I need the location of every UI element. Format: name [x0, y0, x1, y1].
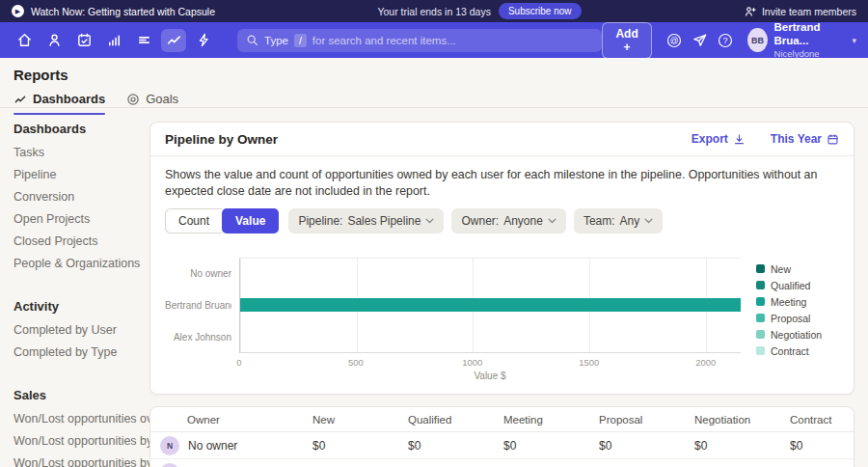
- legend-swatch: [756, 346, 765, 355]
- owner-cell: NNo owner: [160, 436, 312, 455]
- bar-row: [240, 330, 741, 343]
- play-icon: ▶: [12, 5, 24, 17]
- sidebar-item[interactable]: Completed by Type: [14, 341, 136, 363]
- value-toggle-button[interactable]: Value: [222, 208, 279, 234]
- report-title: Pipeline by Owner: [165, 132, 278, 147]
- table-cell-value: $0: [503, 439, 599, 453]
- send-broadcast-icon[interactable]: [692, 30, 709, 51]
- calendar-small-icon: [827, 133, 839, 146]
- pipeline-chart: No ownerBertrand Bruande...Alex Johnson …: [165, 258, 839, 381]
- sidebar-item[interactable]: Won/Lost opportunities by Team: [14, 452, 136, 467]
- search-prefix: Type: [264, 35, 288, 46]
- filter-dropdown-pipeline[interactable]: Pipeline:Sales Pipeline: [288, 208, 444, 234]
- chart-x-axis-title: Value $: [239, 371, 741, 381]
- reports-sidebar: DashboardsTasksPipelineConversionOpen Pr…: [0, 108, 149, 467]
- filter-dropdown-owner[interactable]: Owner:Anyone: [451, 208, 565, 234]
- page-title: Reports: [14, 67, 854, 83]
- sidebar-item[interactable]: Tasks: [14, 141, 136, 163]
- count-value-toggle: Count Value: [165, 208, 279, 234]
- tab-goals[interactable]: Goals: [126, 92, 178, 114]
- tab-goals-label: Goals: [146, 92, 178, 106]
- table-column-header: Qualified: [408, 414, 503, 426]
- sidebar-section-heading: Dashboards: [14, 122, 136, 136]
- legend-swatch: [756, 330, 765, 339]
- export-label: Export: [692, 132, 728, 146]
- legend-item: Proposal: [756, 313, 839, 324]
- tab-dashboards[interactable]: Dashboards: [14, 92, 105, 114]
- chevron-down-icon: [548, 218, 556, 224]
- table-cell-value: $0: [599, 439, 694, 453]
- user-profile-menu[interactable]: BB Bertrand Brua... Nicelydone ▾: [747, 21, 856, 59]
- filter-label: Pipeline:: [298, 214, 342, 228]
- add-button[interactable]: Add +: [602, 22, 652, 59]
- legend-label: New: [771, 263, 791, 275]
- list-icon[interactable]: [131, 29, 156, 52]
- table-column-header: New: [312, 414, 408, 426]
- svg-text:@: @: [670, 36, 679, 45]
- owner-name: No owner: [188, 439, 237, 453]
- table-row: NNo owner$0$0$0$0$0$0: [150, 432, 854, 459]
- user-org: Nicelydone: [774, 48, 842, 59]
- legend-swatch: [756, 264, 765, 273]
- sidebar-item[interactable]: People & Organizations: [14, 252, 136, 274]
- chart-x-axis-ticks: 0500100015002000: [239, 353, 741, 368]
- global-search-input[interactable]: Type / for search and recent items...: [237, 29, 602, 52]
- sidebar-item[interactable]: Won/Lost opportunities by Owner: [14, 429, 136, 452]
- sidebar-item[interactable]: Won/Lost opportunities over Time: [14, 407, 136, 429]
- home-icon[interactable]: [12, 29, 37, 52]
- filter-dropdown-team[interactable]: Team:Any: [574, 208, 663, 234]
- user-avatar: BB: [747, 28, 767, 52]
- legend-item: Meeting: [756, 296, 839, 308]
- x-axis-tick-label: 1000: [462, 357, 482, 368]
- owner-avatar: BB: [160, 463, 179, 467]
- x-axis-tick-label: 1500: [579, 357, 599, 368]
- search-icon: [246, 34, 258, 46]
- people-icon[interactable]: [41, 29, 67, 52]
- trending-icon: [14, 93, 27, 106]
- subscribe-now-button[interactable]: Subscribe now: [499, 3, 582, 19]
- sidebar-item[interactable]: Closed Projects: [14, 230, 136, 252]
- sidebar-item[interactable]: Pipeline: [14, 163, 136, 185]
- period-label: This Year: [771, 132, 822, 146]
- legend-swatch: [756, 281, 765, 289]
- table-cell-value: $0: [312, 439, 408, 453]
- invite-team-members-button[interactable]: Invite team members: [744, 5, 856, 18]
- table-cell-value: $0: [694, 439, 790, 453]
- announcement-bar: ▶ Watch Now: Getting started with Capsul…: [0, 0, 868, 22]
- legend-item: Contract: [756, 345, 839, 357]
- x-axis-tick-label: 500: [348, 357, 364, 368]
- chart-y-axis-labels: No ownerBertrand Bruande...Alex Johnson: [165, 258, 239, 353]
- legend-item: Qualified: [756, 280, 839, 291]
- y-axis-label: Alex Johnson: [165, 332, 231, 343]
- trial-countdown-text: Your trial ends in 13 days: [377, 6, 491, 17]
- legend-item: New: [756, 263, 839, 275]
- calendar-icon[interactable]: [71, 29, 96, 52]
- lightning-icon[interactable]: [191, 29, 216, 52]
- reports-trending-icon[interactable]: [161, 29, 186, 52]
- legend-label: Negotiation: [771, 329, 822, 341]
- bar-row: [240, 267, 741, 281]
- table-cell-value: $0: [408, 439, 503, 453]
- legend-label: Contract: [771, 345, 809, 357]
- chevron-down-icon: [425, 218, 434, 224]
- slash-key-badge: /: [294, 34, 307, 47]
- report-description: Shows the value and count of opportuniti…: [165, 167, 839, 201]
- sidebar-item[interactable]: Completed by User: [14, 318, 136, 341]
- period-selector-button[interactable]: This Year: [771, 132, 839, 146]
- pipeline-table-card: OwnerNewQualifiedMeetingProposalNegotiat…: [149, 406, 854, 467]
- help-icon[interactable]: ?: [717, 30, 734, 51]
- export-button[interactable]: Export: [692, 132, 746, 146]
- sidebar-item[interactable]: Open Projects: [14, 207, 136, 230]
- watch-now-link[interactable]: ▶ Watch Now: Getting started with Capsul…: [12, 5, 215, 17]
- filter-value: Anyone: [503, 214, 543, 228]
- bar-chart-icon[interactable]: [101, 29, 126, 52]
- count-toggle-button[interactable]: Count: [165, 208, 222, 234]
- x-axis-tick-label: 0: [236, 357, 241, 368]
- main-navbar: Type / for search and recent items... Ad…: [0, 22, 868, 58]
- mentions-at-icon[interactable]: @: [665, 30, 683, 51]
- table-cell-value: $0: [790, 439, 854, 453]
- sidebar-section-heading: Sales: [14, 388, 136, 402]
- watch-now-text: Watch Now: Getting started with Capsule: [31, 6, 215, 17]
- sidebar-item[interactable]: Conversion: [14, 185, 136, 207]
- chart-legend: NewQualifiedMeetingProposalNegotiationCo…: [741, 258, 839, 381]
